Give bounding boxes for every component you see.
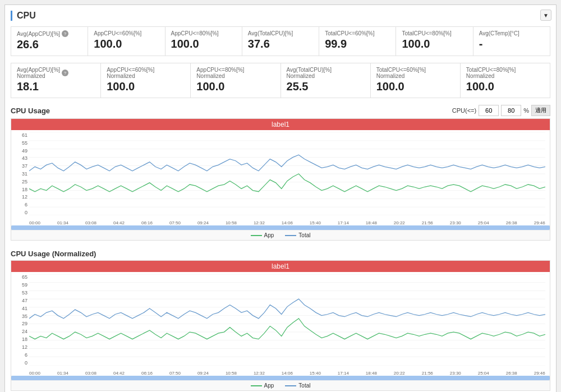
metric-value-total-cpu-60: 99.9 <box>325 38 390 50</box>
chart2-container: label1 65 59 53 47 41 35 29 24 18 12 6 0 <box>11 260 550 391</box>
metric-label-avg-total-cpu: Avg(TotalCPU)[%] <box>248 30 293 36</box>
legend-total-line <box>285 235 296 236</box>
chart1-area: 61 55 49 43 37 31 25 18 12 6 0 <box>11 130 550 225</box>
metric-label-avg-total-cpu-norm: Avg(TotalCPU)[%]Normalized <box>287 67 332 79</box>
metric-value-avg-app-cpu: 26.6 <box>17 38 82 51</box>
chart1-svg <box>29 132 545 215</box>
legend2-app-line <box>251 385 262 386</box>
metric-label-total-cpu-60-norm: TotalCPU<=60%[%]Normalized <box>376 67 426 79</box>
chart1-container: label1 61 55 49 43 37 31 25 18 12 6 0 <box>11 118 550 241</box>
legend2-total-label: Total <box>298 382 310 389</box>
apply-button[interactable]: 適用 <box>531 105 550 116</box>
metric-value-app-cpu-80: 100.0 <box>171 38 236 50</box>
metric-label-total-cpu-80: TotalCPU<=80%[%] <box>402 30 451 36</box>
cpu-threshold-80-input[interactable] <box>501 105 521 116</box>
metrics-row2: Avg(AppCPU)[%]Normalized ? 18.1 AppCPU<=… <box>11 63 550 98</box>
cpu-usage-chart-section: CPU Usage CPU(<=) % 適用 label1 61 55 49 4… <box>11 105 550 241</box>
metric-avg-ctemp: Avg(CTemp)[°C] - <box>473 27 550 56</box>
metric-value-app-cpu-80-norm: 100.0 <box>196 80 274 93</box>
metric-value-avg-total-cpu-norm: 25.5 <box>287 80 365 93</box>
chart2-scrollbar-thumb <box>11 376 550 380</box>
metric-value-total-cpu-60-norm: 100.0 <box>376 80 454 93</box>
app-cpu-line <box>29 174 545 192</box>
metric-total-cpu-60-norm: TotalCPU<=60%[%]Normalized 100.0 <box>371 63 461 98</box>
chart2-y-axis: 65 59 53 47 41 35 29 24 18 12 6 0 <box>12 274 29 366</box>
chart1-header: CPU Usage CPU(<=) % 適用 <box>11 105 550 116</box>
metric-app-cpu-60-norm: AppCPU<=60%[%]Normalized 100.0 <box>101 63 191 98</box>
legend2-app: App <box>251 382 274 389</box>
panel-expand-button[interactable]: ▼ <box>540 10 551 21</box>
chart1-y-axis: 61 55 49 43 37 31 25 18 12 6 0 <box>12 132 29 215</box>
metric-label-total-cpu-60: TotalCPU<=60%[%] <box>325 30 374 36</box>
legend2-total: Total <box>285 382 310 389</box>
legend-total-label: Total <box>298 232 310 238</box>
metric-value-total-cpu-80-norm: 100.0 <box>466 80 544 93</box>
legend2-total-line <box>285 385 296 386</box>
metric-app-cpu-80-norm: AppCPU<=80%[%]Normalized 100.0 <box>191 63 280 98</box>
chart2-x-axis: 00:00 01:34 03:08 04:42 06:16 07:50 09:2… <box>29 371 545 376</box>
metric-value-avg-total-cpu: 37.6 <box>248 38 313 50</box>
metric-total-cpu-80-norm: TotalCPU<=80%[%]Normalized 100.0 <box>461 63 550 98</box>
metric-avg-app-cpu: Avg(AppCPU)[%] ? 26.6 <box>11 27 88 56</box>
cpu-controls: CPU(<=) % 適用 <box>452 105 550 116</box>
chart2-label-bar: label1 <box>11 261 550 272</box>
metric-label-total-cpu-80-norm: TotalCPU<=80%[%]Normalized <box>466 67 516 79</box>
legend2-app-label: App <box>264 382 274 389</box>
info-icon-avg-app-cpu-norm[interactable]: ? <box>62 70 68 76</box>
chart1-legend: App Total <box>11 230 550 240</box>
cpu-threshold-60-input[interactable] <box>479 105 499 116</box>
chart2-header: CPU Usage (Normalized) <box>11 250 550 258</box>
metric-label-app-cpu-80-norm: AppCPU<=80%[%]Normalized <box>196 67 244 79</box>
chart2-legend: App Total <box>11 380 550 390</box>
metric-label-app-cpu-60-norm: AppCPU<=60%[%]Normalized <box>107 67 154 79</box>
chart1-scrollbar[interactable] <box>11 225 550 230</box>
metric-value-avg-ctemp: - <box>479 38 544 50</box>
chart1-label-bar: label1 <box>11 119 550 130</box>
legend-total: Total <box>285 232 310 238</box>
panel-title: CPU <box>11 11 36 21</box>
legend-app-label: App <box>264 232 274 238</box>
metric-total-cpu-60: TotalCPU<=60%[%] 99.9 <box>319 27 396 56</box>
metric-label-app-cpu-60: AppCPU<=60%[%] <box>94 30 141 36</box>
chart1-title: CPU Usage <box>11 107 50 115</box>
cpu-controls-label: CPU(<=) <box>452 107 476 114</box>
chart1-scrollbar-thumb <box>11 225 550 230</box>
metric-avg-total-cpu-norm: Avg(TotalCPU)[%]Normalized 25.5 <box>281 63 371 98</box>
legend-app-line <box>251 235 262 236</box>
info-icon-avg-app-cpu[interactable]: ? <box>62 30 68 37</box>
metric-label-avg-app-cpu-norm: Avg(AppCPU)[%]Normalized <box>17 67 60 79</box>
metric-avg-total-cpu: Avg(TotalCPU)[%] 37.6 <box>242 27 319 56</box>
chart2-title: CPU Usage (Normalized) <box>11 250 96 258</box>
metric-app-cpu-60: AppCPU<=60%[%] 100.0 <box>88 27 165 56</box>
app-cpu-norm-line <box>29 319 545 339</box>
metric-label-avg-app-cpu: Avg(AppCPU)[%] <box>17 31 60 37</box>
chart2-scrollbar[interactable] <box>11 376 550 380</box>
chart2-area: 65 59 53 47 41 35 29 24 18 12 6 0 <box>11 272 550 376</box>
cpu-pct-label: % <box>523 107 529 114</box>
metric-total-cpu-80: TotalCPU<=80%[%] 100.0 <box>396 27 473 56</box>
metric-label-app-cpu-80: AppCPU<=80%[%] <box>171 30 219 36</box>
metric-label-avg-ctemp: Avg(CTemp)[°C] <box>479 30 519 36</box>
metrics-row1: Avg(AppCPU)[%] ? 26.6 AppCPU<=60%[%] 100… <box>11 26 550 56</box>
legend-app: App <box>251 232 274 238</box>
chart2-svg <box>29 274 545 366</box>
metric-value-avg-app-cpu-norm: 18.1 <box>17 80 95 93</box>
metric-value-app-cpu-60-norm: 100.0 <box>107 80 185 93</box>
metric-value-total-cpu-80: 100.0 <box>402 38 467 50</box>
chart1-x-axis: 00:00 01:34 03:08 04:42 06:16 07:50 09:2… <box>29 220 545 225</box>
cpu-panel: CPU ▼ Avg(AppCPU)[%] ? 26.6 AppCPU<=60%[… <box>4 4 557 392</box>
metric-app-cpu-80: AppCPU<=80%[%] 100.0 <box>165 27 242 56</box>
metric-avg-app-cpu-norm: Avg(AppCPU)[%]Normalized ? 18.1 <box>11 63 101 98</box>
cpu-usage-norm-chart-section: CPU Usage (Normalized) label1 65 59 53 4… <box>11 250 550 391</box>
metric-value-app-cpu-60: 100.0 <box>94 38 159 50</box>
